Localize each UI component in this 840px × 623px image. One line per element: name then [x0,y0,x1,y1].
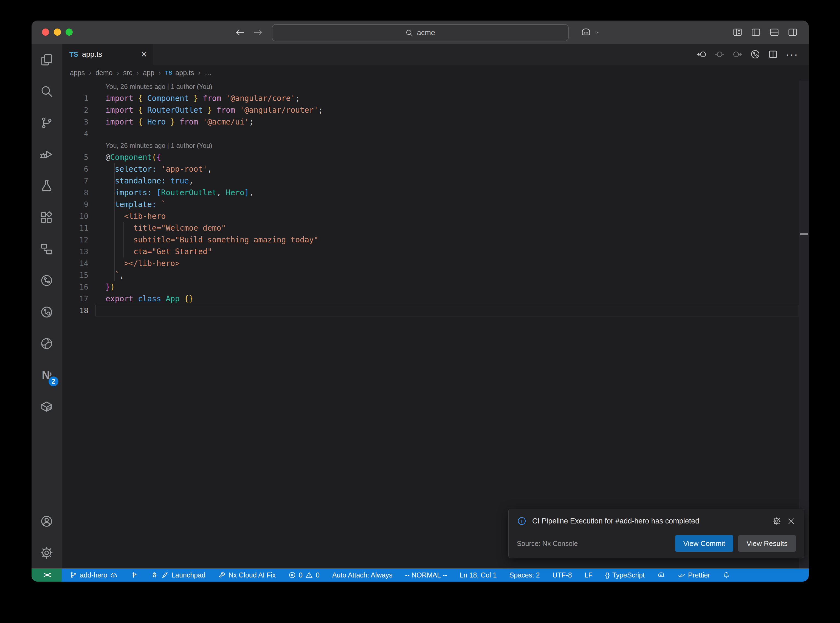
status-item-vim-mode[interactable]: -- NORMAL -- [405,571,447,579]
gitlens-forward-icon[interactable] [732,49,743,60]
split-editor-icon[interactable] [768,49,778,60]
zoom-window-button[interactable] [66,29,73,36]
activity-bar-item-nx[interactable]: N›2 [32,359,62,391]
customize-layout-icon[interactable] [733,27,743,37]
code-editor[interactable]: You, 26 minutes ago | 1 author (You)1imp… [62,81,809,568]
code-line[interactable]: 17export class App {} [62,293,799,305]
code-line[interactable]: 4 [62,128,799,140]
status-item-language-mode[interactable]: {}TypeScript [605,571,645,579]
close-window-button[interactable] [42,29,49,36]
code-text [106,128,799,140]
warning-triangle-icon [305,571,313,579]
activity-bar-item-account[interactable] [32,505,62,537]
tab-app-ts[interactable]: TS app.ts × [62,44,154,65]
circle-branch-icon [40,274,54,287]
status-item-problems[interactable]: 00 [288,571,319,579]
indent-guide [114,234,115,246]
status-item-prettier[interactable]: Prettier [677,571,710,579]
navigate-back-icon[interactable] [235,27,246,38]
status-item-eol[interactable]: LF [585,571,593,579]
gitlens-current-icon[interactable] [714,49,725,60]
status-item-launchpad[interactable]: Launchpad [150,571,206,579]
code-line[interactable]: 11 title="Welcmoe demo" [62,222,799,234]
code-line[interactable]: 12 subtitle="Build something amazing tod… [62,234,799,246]
notification-close-icon[interactable] [787,517,796,526]
copilot-menu[interactable] [580,21,600,44]
activity-bar-item-circle-branch-search[interactable] [32,296,62,328]
code-line[interactable]: 15 `, [62,269,799,281]
code-text: cta="Get Started" [106,246,799,258]
activity-bar-item-project-graph[interactable] [32,233,62,265]
toggle-sidebar-icon[interactable] [751,27,761,37]
breadcrumb-item[interactable]: apps [70,69,85,77]
status-item-copilot-status[interactable] [657,571,665,579]
breadcrumb-item[interactable]: src [123,69,132,77]
code-text: import { Hero } from '@acme/ui'; [106,116,799,128]
code-line[interactable]: 18 [62,305,799,316]
code-line[interactable]: 7 standalone: true, [62,175,799,187]
line-number: 2 [62,104,97,116]
code-line[interactable]: 5@Component({ [62,151,799,163]
view-commit-button[interactable]: View Commit [675,535,734,552]
copilot-icon [580,27,592,38]
project-graph-icon [40,242,54,256]
breadcrumb-item[interactable]: app [143,69,154,77]
view-results-button[interactable]: View Results [738,535,796,552]
indent-guide [114,210,115,222]
gitlens-back-icon[interactable] [697,49,707,60]
notification-settings-icon[interactable] [772,517,781,526]
overview-ruler[interactable] [799,81,809,568]
toggle-secondary-sidebar-icon[interactable] [788,27,798,37]
toggle-panel-icon[interactable] [769,27,779,37]
code-text: import { RouterOutlet } from '@angular/r… [106,104,799,116]
status-item-notifications-bell[interactable] [723,571,730,579]
status-item-label: Ln 18, Col 1 [460,571,497,579]
status-item-encoding[interactable]: UTF-8 [553,571,572,579]
status-item-nx-cloud-ai-fix[interactable]: Nx Cloud AI Fix [218,571,276,579]
status-item-indentation[interactable]: Spaces: 2 [510,571,540,579]
code-line[interactable]: 3import { Hero } from '@acme/ui'; [62,116,799,128]
line-number: 12 [62,234,97,246]
breadcrumb-item[interactable]: … [205,69,212,77]
activity-bar-item-settings-gear[interactable] [32,537,62,568]
close-tab-icon[interactable]: × [141,49,147,59]
line-number: 16 [62,281,97,293]
remote-indicator[interactable]: >< [32,568,62,582]
code-line[interactable]: 13 cta="Get Started" [62,246,799,258]
activity-bar-item-circle-branch[interactable] [32,265,62,296]
activity-bar-item-source-control[interactable] [32,107,62,138]
code-line[interactable]: 1import { Component } from '@angular/cor… [62,92,799,104]
activity-bar-item-angular-swirl[interactable] [32,328,62,359]
blame-annotation-line[interactable]: You, 26 minutes ago | 1 author (You) [62,140,799,151]
code-line[interactable]: 8 imports: [RouterOutlet, Hero], [62,187,799,198]
activity-bar-item-extensions[interactable] [32,201,62,233]
code-text: template: ` [106,198,799,210]
code-line[interactable]: 10 <lib-hero [62,210,799,222]
status-item-label: Launchpad [172,571,206,579]
more-actions-icon[interactable]: ··· [786,48,798,61]
status-item-commit-graph[interactable] [130,571,138,579]
breadcrumb-item[interactable]: demo [95,69,113,77]
blame-annotation-line[interactable]: You, 26 minutes ago | 1 author (You) [62,81,799,92]
code-line[interactable]: 16}) [62,281,799,293]
code-line[interactable]: 9 template: ` [62,198,799,210]
line-number: 15 [62,269,97,281]
navigate-forward-icon[interactable] [253,27,264,38]
gitlens-graph-icon[interactable] [750,49,760,60]
command-center-search[interactable]: acme [272,24,569,41]
activity-bar-item-container-cube[interactable] [32,391,62,422]
status-item-cursor-position[interactable]: Ln 18, Col 1 [460,571,497,579]
minimize-window-button[interactable] [54,29,61,36]
activity-bar-item-explorer[interactable] [32,44,62,75]
activity-bar-item-run-debug[interactable] [32,138,62,170]
run-debug-icon [40,147,54,161]
code-line[interactable]: 2import { RouterOutlet } from '@angular/… [62,104,799,116]
activity-bar-item-testing[interactable] [32,170,62,201]
status-item-auto-attach[interactable]: Auto Attach: Always [332,571,393,579]
code-text: standalone: true, [106,175,799,187]
code-line[interactable]: 14 ></lib-hero> [62,258,799,269]
breadcrumb-item[interactable]: app.ts [175,69,194,77]
activity-bar-item-search[interactable] [32,75,62,107]
code-line[interactable]: 6 selector: 'app-root', [62,163,799,175]
status-item-branch-add-hero[interactable]: add-hero [69,571,118,579]
